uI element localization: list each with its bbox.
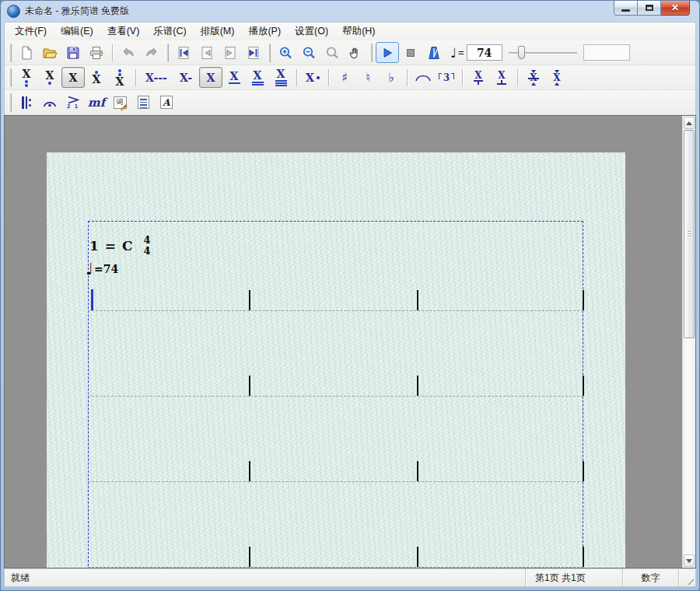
zoom-out-icon — [301, 45, 317, 61]
slur-button[interactable] — [411, 67, 435, 88]
repeat-barline-button[interactable] — [15, 92, 38, 113]
first-page-icon — [176, 45, 191, 61]
undo-button[interactable] — [117, 42, 140, 63]
new-file-button[interactable] — [15, 42, 38, 63]
barline[interactable] — [249, 547, 250, 567]
toolbar-gripper[interactable] — [9, 44, 12, 62]
scrollbar-thumb[interactable] — [684, 130, 695, 338]
barline[interactable] — [249, 376, 250, 396]
slider-thumb[interactable] — [518, 46, 525, 59]
menu-view[interactable]: 查看(V) — [100, 23, 147, 40]
barline[interactable] — [583, 547, 584, 567]
barline[interactable] — [249, 461, 250, 481]
fermata-button[interactable] — [38, 92, 61, 113]
minimize-button[interactable] — [614, 1, 638, 16]
menu-play[interactable]: 播放(P) — [241, 23, 288, 40]
dotted-note-button[interactable]: X — [301, 67, 324, 88]
last-page-button[interactable] — [242, 42, 265, 63]
barline[interactable] — [583, 290, 584, 310]
menu-score[interactable]: 乐谱(C) — [146, 23, 193, 40]
zoom-out-button[interactable] — [297, 42, 320, 63]
barline[interactable] — [417, 547, 418, 567]
play-icon — [380, 46, 394, 60]
staff-row-line — [88, 567, 583, 568]
toolbar-separator — [135, 69, 136, 86]
workspace[interactable]: 1 = C 4 4 ♩ =74 — [5, 116, 682, 568]
octave-up-1-button[interactable]: X — [85, 67, 108, 88]
play-button[interactable] — [376, 42, 399, 63]
zoom-window-button[interactable] — [320, 42, 344, 63]
open-folder-icon — [42, 45, 58, 61]
key-signature[interactable]: 1 = C 4 4 — [89, 235, 151, 256]
scroll-down-button[interactable] — [684, 554, 695, 567]
hand-pan-button[interactable] — [344, 42, 367, 63]
toolbar-gripper[interactable] — [369, 44, 373, 62]
prev-page-button[interactable] — [195, 42, 219, 63]
vertical-scrollbar[interactable] — [682, 116, 695, 568]
octave-middle-button[interactable]: X — [61, 67, 85, 88]
font-button[interactable]: A — [155, 92, 178, 113]
barline[interactable] — [417, 290, 418, 310]
quarter-note-button[interactable]: X — [199, 67, 222, 88]
octave-down-2-button[interactable]: X — [15, 67, 38, 88]
tempo-input[interactable] — [467, 44, 502, 61]
menu-help[interactable]: 帮助(H) — [335, 23, 382, 40]
flat-button[interactable]: ♭ — [380, 67, 403, 88]
sixteenth-note-button[interactable]: X — [246, 67, 269, 88]
sharp-button[interactable]: ♯ — [333, 67, 356, 88]
glissando-down-button[interactable]: X — [522, 67, 545, 88]
print-button[interactable] — [85, 42, 108, 63]
toolbar-gripper[interactable] — [9, 68, 12, 87]
tempo-marking[interactable]: ♩ =74 — [86, 260, 118, 278]
stop-button[interactable] — [399, 42, 422, 63]
menu-file[interactable]: 文件(F) — [8, 23, 54, 40]
natural-button[interactable]: ♮ — [356, 67, 380, 88]
score-page[interactable]: 1 = C 4 4 ♩ =74 — [47, 152, 625, 568]
redo-button[interactable] — [140, 42, 163, 63]
volta-bracket-button[interactable]: 2 1 — [61, 92, 85, 113]
eighth-note-button[interactable]: X — [222, 67, 246, 88]
maximize-icon — [646, 5, 653, 11]
menu-edit[interactable]: 编辑(E) — [54, 23, 100, 40]
metronome-button[interactable] — [422, 42, 446, 63]
octave-down-1-button[interactable]: X — [38, 67, 61, 88]
close-button[interactable]: ✕ — [661, 1, 690, 16]
staccato-note-button[interactable]: X — [467, 67, 490, 88]
half-note-button[interactable]: X- — [173, 67, 199, 88]
open-file-button[interactable] — [38, 42, 61, 63]
glissando-up-button[interactable]: X — [545, 67, 569, 88]
maximize-button[interactable] — [638, 1, 661, 16]
next-page-icon — [222, 45, 238, 61]
tempo-slider[interactable] — [509, 45, 577, 61]
barline[interactable] — [249, 290, 250, 310]
next-page-button[interactable] — [219, 42, 242, 63]
barline[interactable] — [583, 376, 584, 396]
octave-up-2-button[interactable]: X — [108, 67, 131, 88]
resize-grip[interactable] — [684, 575, 694, 585]
first-page-button[interactable] — [172, 42, 195, 63]
barline[interactable] — [417, 376, 418, 396]
save-button[interactable] — [61, 42, 85, 63]
barline[interactable] — [417, 461, 418, 481]
dynamics-button[interactable]: mf — [85, 92, 108, 113]
menu-settings[interactable]: 设置(O) — [288, 23, 335, 40]
toolbar-gripper[interactable] — [166, 44, 169, 62]
whole-note-button[interactable]: X--- — [140, 67, 173, 88]
text-block-button[interactable] — [131, 92, 155, 113]
prev-page-icon — [199, 45, 215, 61]
zoom-in-button[interactable] — [274, 42, 297, 63]
toolbar-main: ♩ = — [4, 40, 696, 65]
title-bar[interactable]: 未命名 - 雅乐简谱 免费版 ✕ — [4, 1, 696, 22]
thirty-second-note-button[interactable]: X — [269, 67, 292, 88]
menu-layout[interactable]: 排版(M) — [194, 23, 242, 40]
zoom-in-icon — [278, 45, 293, 61]
tenuto-note-button[interactable]: X — [490, 67, 513, 88]
cursor-barline[interactable] — [91, 289, 93, 310]
toolbar-gripper[interactable] — [268, 44, 271, 62]
scroll-up-button[interactable] — [684, 117, 695, 129]
toolbar-gripper[interactable] — [9, 93, 12, 112]
lyrics-button[interactable]: 词 — [108, 92, 131, 113]
toolbar-notes: X X X X X X--- X- X X — [4, 65, 696, 90]
triplet-button[interactable]: 3 — [435, 67, 458, 88]
barline[interactable] — [583, 461, 584, 481]
